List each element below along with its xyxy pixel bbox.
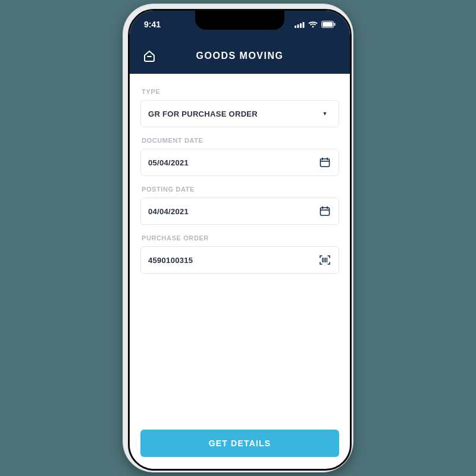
purchase-order-input[interactable]: 4590100315 — [140, 246, 339, 274]
phone-notch — [195, 11, 284, 30]
svg-rect-9 — [321, 159, 330, 167]
home-icon — [142, 49, 156, 63]
type-select[interactable]: GR FOR PURCHASE ORDER ▼ — [140, 100, 339, 127]
calendar-icon — [318, 156, 331, 169]
get-details-button[interactable]: GET DETAILS — [140, 430, 339, 457]
phone-screen: 9:41 GOODS MOVING TYP — [128, 9, 352, 471]
svg-point-4 — [312, 26, 314, 27]
barcode-scan-icon[interactable] — [318, 253, 331, 267]
type-value: GR FOR PURCHASE ORDER — [148, 109, 258, 118]
svg-rect-7 — [334, 23, 336, 26]
phone-frame: 9:41 GOODS MOVING TYP — [123, 4, 353, 472]
app-header: GOODS MOVING — [130, 38, 350, 74]
posting-date-label: POSTING DATE — [142, 186, 338, 193]
battery-icon — [321, 21, 336, 28]
page-title: GOODS MOVING — [196, 51, 284, 61]
svg-rect-6 — [322, 22, 333, 27]
status-indicators — [295, 21, 336, 28]
form-content: TYPE GR FOR PURCHASE ORDER ▼ DOCUMENT DA… — [130, 74, 350, 422]
svg-rect-3 — [303, 22, 305, 28]
type-label: TYPE — [142, 88, 338, 95]
svg-rect-1 — [298, 24, 299, 28]
document-date-label: DOCUMENT DATE — [142, 137, 338, 144]
purchase-order-value: 4590100315 — [148, 256, 193, 265]
document-date-value: 05/04/2021 — [148, 158, 189, 167]
document-date-input[interactable]: 05/04/2021 — [140, 149, 339, 176]
cellular-icon — [295, 21, 305, 28]
wifi-icon — [308, 21, 318, 28]
svg-rect-0 — [295, 26, 296, 28]
chevron-down-icon: ▼ — [318, 107, 331, 120]
purchase-order-label: PURCHASE ORDER — [142, 234, 338, 242]
posting-date-value: 04/04/2021 — [148, 207, 189, 216]
home-button[interactable] — [140, 47, 158, 65]
calendar-icon — [318, 205, 331, 218]
posting-date-input[interactable]: 04/04/2021 — [140, 198, 339, 225]
svg-rect-13 — [321, 208, 330, 215]
svg-rect-2 — [300, 23, 302, 28]
footer: GET DETAILS — [130, 422, 350, 469]
status-time: 9:41 — [144, 20, 161, 29]
